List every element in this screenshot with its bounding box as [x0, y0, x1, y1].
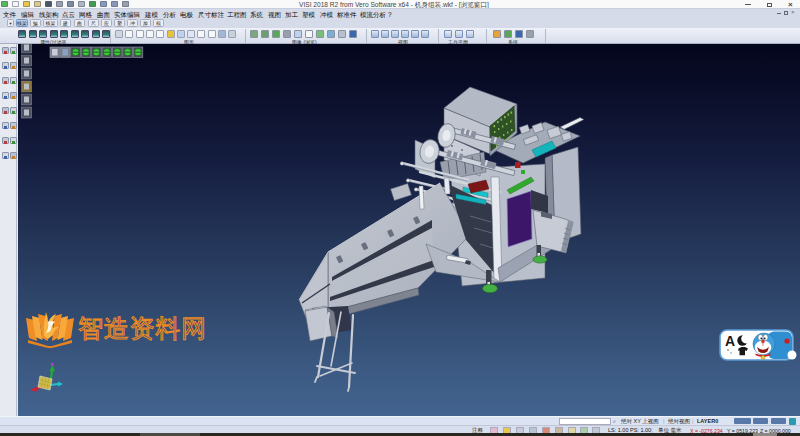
svg-text:A: A — [725, 333, 735, 349]
